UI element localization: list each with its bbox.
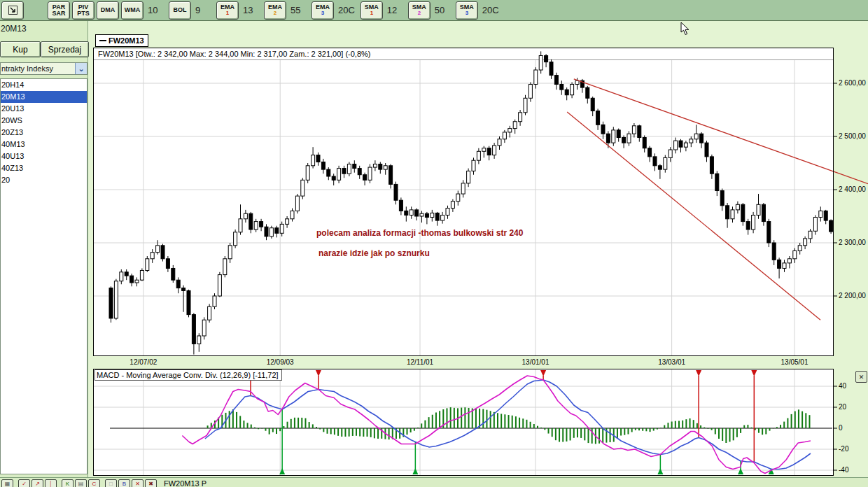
instrument-list-item[interactable]: 20U13: [1, 103, 87, 115]
indicator-period-value[interactable]: 9: [195, 5, 211, 15]
date-axis-label: 13/03/01: [651, 358, 693, 366]
price-axis-label: 2 500,00: [839, 132, 866, 140]
bollinger-button[interactable]: BOL: [169, 1, 191, 20]
sidebar: 20M13 Kup Sprzedaj ntrakty Indeksy ⌄ 20H…: [0, 21, 88, 477]
category-dropdown[interactable]: ntrakty Indeksy ⌄: [0, 62, 88, 75]
chart-tab-label: FW20M13: [108, 36, 144, 45]
wma-button[interactable]: WMA: [121, 1, 144, 20]
indicator-period-value[interactable]: 12: [387, 5, 402, 15]
category-dropdown-value: ntrakty Indeksy: [1, 64, 75, 73]
chart-annotation-2: narazie idzie jak po sznurku: [318, 248, 430, 258]
chart-area: FW20M13 FW20M13 [Otw.: 2 342,00 Max: 2 3…: [89, 21, 868, 477]
date-axis-label: 13/05/01: [774, 358, 816, 366]
macd-panel[interactable]: MACD - Moving Average Conv. Div. (12,26,…: [93, 369, 868, 477]
macd-axis-label: 20: [839, 403, 846, 411]
indicator-period-value[interactable]: 13: [243, 5, 258, 15]
chart-tab[interactable]: FW20M13: [95, 34, 148, 47]
instrument-list: 20H1420M1320U1320WS20Z1340M1340U1340Z132…: [0, 78, 88, 474]
candlestick-icon[interactable]: │: [45, 479, 57, 487]
chart-pointer-icon[interactable]: [1, 1, 24, 20]
candlestick-chart[interactable]: [93, 48, 868, 357]
indicator-period-value[interactable]: 55: [290, 5, 306, 15]
parabolic-sar-button[interactable]: PARSAR: [48, 1, 70, 20]
date-axis-label: 12/07/02: [122, 358, 164, 366]
series-line-icon: [99, 40, 106, 41]
macd-axis-label: 0: [839, 424, 843, 432]
macd-indicator-label: MACD - Moving Average Conv. Div. (12,26,…: [94, 369, 282, 381]
close-indicator-button[interactable]: ✕: [855, 371, 867, 383]
ema-3-button[interactable]: EMA3: [312, 1, 334, 20]
indicator-period-value[interactable]: 20C: [338, 5, 355, 15]
ema-1-button[interactable]: EMA1: [216, 1, 239, 20]
macd-axis-label: -20: [839, 445, 848, 453]
sell-button[interactable]: Sprzedaj: [41, 41, 89, 57]
price-axis-label: 2 300,00: [839, 239, 866, 246]
sma-1-button[interactable]: SMA1: [360, 1, 383, 20]
save-icon[interactable]: ▦: [1, 479, 13, 487]
k-lines-icon[interactable]: K: [62, 479, 74, 487]
price-axis-label: 2 400,00: [839, 185, 866, 193]
trading-app-window: PARSARPIVPTSDMAWMA10BOL9EMA113EMA255EMA3…: [0, 0, 868, 487]
status-bar: ▦✓↗│K▤C□B✕✖FW20M13 P: [0, 477, 868, 487]
buy-button[interactable]: Kup: [0, 41, 41, 57]
instrument-list-item[interactable]: 40M13: [1, 139, 87, 150]
pivot-points-button[interactable]: PIVPTS: [72, 1, 94, 20]
check-icon[interactable]: ✓: [18, 479, 30, 487]
indicator-period-value[interactable]: 10: [148, 5, 163, 15]
price-axis-label: 2 200,00: [839, 292, 866, 299]
date-axis: 12/07/0212/09/0312/11/0113/01/0113/03/01…: [93, 358, 868, 369]
date-axis-label: 13/01/01: [514, 358, 556, 366]
report-icon[interactable]: □: [105, 479, 117, 487]
dma-button[interactable]: DMA: [97, 1, 119, 20]
instrument-list-item[interactable]: 20Z13: [1, 127, 87, 139]
macd-axis-label: -40: [839, 466, 848, 474]
ohlc-header: FW20M13 [Otw.: 2 342,00 Max: 2 344,00 Mi…: [98, 50, 370, 58]
instrument-list-item[interactable]: 20H14: [1, 79, 87, 91]
indicator-period-value[interactable]: 20C: [482, 5, 499, 15]
chart-annotation-1: polecam analiza formacji -thomas bulkows…: [316, 228, 523, 238]
ema-2-button[interactable]: EMA2: [264, 1, 286, 20]
macd-axis-label: 40: [839, 382, 846, 390]
indicator-period-value[interactable]: 50: [435, 5, 450, 15]
instrument-list-item[interactable]: 20: [1, 174, 87, 186]
trend-arrow-icon[interactable]: ↗: [31, 479, 43, 487]
sma-2-button[interactable]: SMA2: [408, 1, 430, 20]
sma-3-button[interactable]: SMA3: [456, 1, 478, 20]
layout-icon[interactable]: ▤: [75, 479, 87, 487]
instrument-list-item[interactable]: 20M13: [1, 91, 87, 103]
instrument-list-item[interactable]: 40Z13: [1, 162, 87, 174]
scissors-icon[interactable]: B: [118, 479, 130, 487]
cross-icon[interactable]: ✕: [132, 479, 144, 487]
sidebar-symbol-label: 20M13: [1, 24, 27, 34]
macd-chart[interactable]: [93, 369, 868, 477]
date-axis-label: 12/11/01: [399, 358, 441, 366]
chevron-down-icon[interactable]: ⌄: [75, 63, 87, 74]
indicator-toolbar: PARSARPIVPTSDMAWMA10BOL9EMA113EMA255EMA3…: [0, 0, 868, 21]
date-axis-label: 12/09/03: [259, 358, 301, 366]
price-chart-panel[interactable]: FW20M13 [Otw.: 2 342,00 Max: 2 344,00 Mi…: [93, 48, 868, 357]
instrument-list-item[interactable]: 20WS: [1, 115, 87, 127]
compare-icon[interactable]: C: [88, 479, 100, 487]
instrument-list-item[interactable]: 40U13: [1, 150, 87, 162]
statusbar-symbol-text: FW20M13 P: [164, 479, 206, 487]
price-axis-label: 2 600,00: [839, 79, 866, 87]
close-icon[interactable]: ✖: [145, 479, 157, 487]
